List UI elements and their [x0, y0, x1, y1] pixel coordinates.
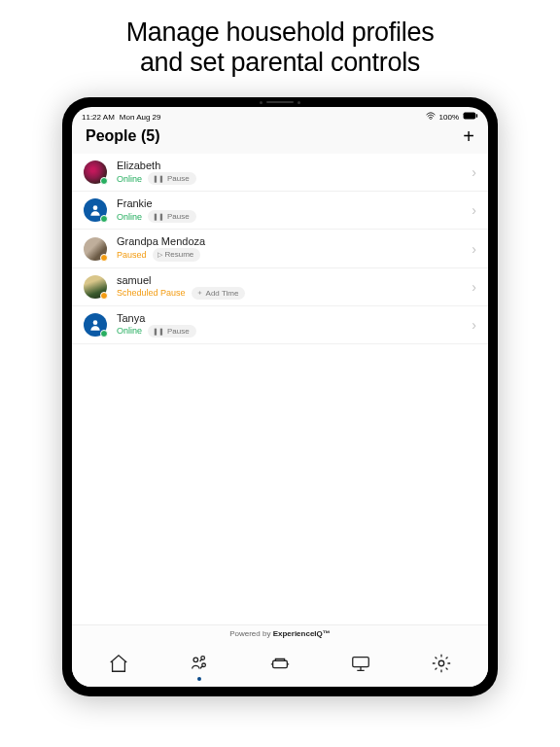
status-date: Mon Aug 29 — [120, 113, 161, 122]
person-action-pill[interactable]: ❚❚ Pause — [148, 325, 196, 338]
tab-things[interactable] — [266, 652, 294, 675]
home-icon — [108, 653, 129, 674]
tab-bar — [72, 642, 488, 687]
device-notch — [246, 100, 314, 104]
wifi-icon — [426, 112, 436, 122]
avatar — [84, 313, 107, 337]
svg-point-3 — [93, 206, 98, 211]
people-list: ElizabethOnline❚❚ Pause›FrankieOnline❚❚ … — [72, 154, 488, 624]
person-body: TanyaOnline❚❚ Pause — [107, 312, 466, 338]
person-action-pill[interactable]: ❚❚ Pause — [148, 210, 196, 223]
battery-percent: 100% — [439, 113, 459, 122]
status-text: Online — [117, 212, 142, 222]
person-name: samuel — [117, 274, 466, 286]
avatar — [84, 198, 107, 222]
tab-people[interactable] — [186, 652, 213, 675]
tab-network[interactable] — [347, 652, 374, 675]
person-row[interactable]: FrankieOnline❚❚ Pause› — [72, 192, 488, 230]
chevron-right-icon: › — [466, 241, 476, 257]
status-text: Online — [117, 174, 142, 184]
status-badge — [100, 292, 108, 300]
gear-icon — [431, 653, 452, 674]
things-icon — [269, 653, 291, 674]
powered-by-footer: Powered by ExperienceIQ™ — [72, 624, 488, 642]
person-action-pill[interactable]: ❚❚ Pause — [148, 172, 196, 185]
device-frame: 11:22 AM Mon Aug 29 100% People (5) + El… — [62, 97, 498, 696]
add-person-button[interactable]: + — [463, 126, 474, 146]
person-name: Elizabeth — [117, 160, 466, 171]
person-substatus: Scheduled Pause＋ Add Time — [117, 287, 466, 300]
avatar — [84, 237, 107, 261]
promo-headline: Manage household profiles and set parent… — [88, 0, 473, 84]
page-title: People (5) — [86, 127, 159, 145]
status-badge — [100, 254, 108, 262]
tab-settings[interactable] — [428, 652, 455, 675]
status-time: 11:22 AM — [82, 113, 115, 122]
person-name: Tanya — [117, 312, 466, 324]
battery-icon — [463, 112, 478, 122]
person-row[interactable]: ElizabethOnline❚❚ Pause› — [72, 154, 488, 192]
status-text: Scheduled Pause — [117, 288, 186, 298]
person-row[interactable]: TanyaOnline❚❚ Pause› — [72, 306, 488, 344]
status-text: Paused — [117, 250, 147, 260]
person-body: FrankieOnline❚❚ Pause — [107, 197, 466, 223]
avatar — [84, 160, 107, 184]
person-body: ElizabethOnline❚❚ Pause — [107, 160, 466, 185]
chevron-right-icon: › — [466, 279, 476, 295]
avatar — [84, 275, 107, 299]
svg-point-5 — [193, 658, 198, 662]
status-badge — [100, 330, 108, 338]
status-text: Online — [117, 326, 142, 336]
powered-prefix: Powered by — [229, 629, 272, 638]
network-icon — [350, 653, 371, 674]
people-icon — [189, 653, 210, 674]
promo-line-1: Manage household profiles — [126, 18, 435, 48]
person-substatus: Online❚❚ Pause — [117, 210, 466, 223]
person-action-pill[interactable]: ＋ Add Time — [192, 287, 246, 300]
svg-point-4 — [93, 320, 98, 325]
person-row[interactable]: samuelScheduled Pause＋ Add Time› — [72, 268, 488, 306]
svg-point-10 — [439, 660, 445, 666]
svg-rect-8 — [273, 660, 288, 667]
status-bar: 11:22 AM Mon Aug 29 100% — [72, 107, 488, 124]
svg-point-0 — [430, 119, 431, 120]
person-name: Frankie — [117, 197, 466, 209]
svg-rect-1 — [464, 113, 476, 120]
svg-rect-2 — [476, 114, 477, 117]
person-action-pill[interactable]: ▷ Resume — [153, 248, 201, 261]
person-body: samuelScheduled Pause＋ Add Time — [107, 274, 466, 300]
person-substatus: Paused▷ Resume — [117, 248, 466, 261]
chevron-right-icon: › — [466, 317, 476, 333]
svg-rect-9 — [353, 658, 369, 667]
person-name: Grandpa Mendoza — [117, 235, 466, 247]
chevron-right-icon: › — [466, 164, 476, 180]
screen: 11:22 AM Mon Aug 29 100% People (5) + El… — [72, 107, 488, 687]
person-substatus: Online❚❚ Pause — [117, 172, 466, 185]
tab-home[interactable] — [105, 652, 132, 675]
powered-brand: ExperienceIQ™ — [273, 629, 331, 638]
person-body: Grandpa MendozaPaused▷ Resume — [107, 235, 466, 261]
chevron-right-icon: › — [466, 202, 476, 218]
promo-line-2: and set parental controls — [126, 48, 435, 78]
person-row[interactable]: Grandpa MendozaPaused▷ Resume› — [72, 230, 488, 267]
page-header: People (5) + — [72, 124, 488, 154]
person-substatus: Online❚❚ Pause — [117, 325, 466, 338]
